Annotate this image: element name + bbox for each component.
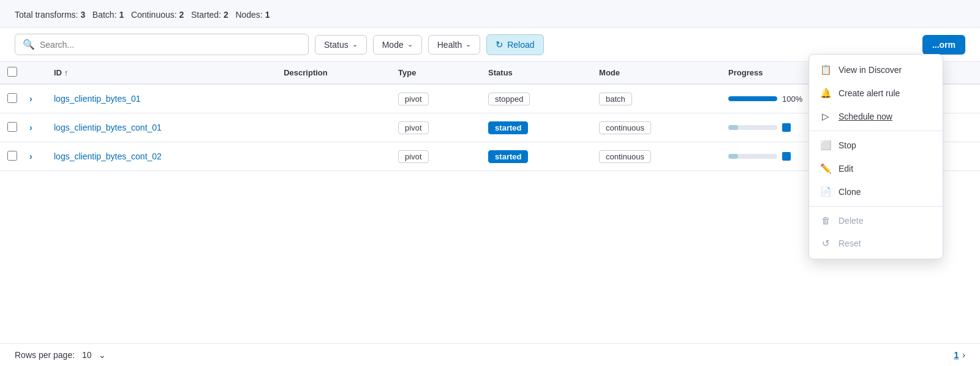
- status-filter-button[interactable]: Status ⌄: [315, 35, 367, 55]
- row-description-0: [274, 84, 388, 113]
- menu-item-clone[interactable]: 📄Clone: [809, 180, 943, 204]
- create-button[interactable]: ...orm: [922, 35, 965, 55]
- header-expand-col: [24, 62, 44, 84]
- stats-continuous: 2: [179, 10, 184, 20]
- row-id-1[interactable]: logs_clientip_bytes_cont_01: [54, 123, 162, 132]
- mode-filter-label: Mode: [382, 40, 404, 50]
- rows-per-page-value: 10: [82, 350, 92, 360]
- stats-started-label: Started:: [191, 10, 221, 20]
- menu-icon-edit: ✏️: [820, 163, 831, 174]
- stats-started: 2: [224, 10, 228, 20]
- row-checkbox-1[interactable]: [7, 122, 17, 132]
- status-filter-label: Status: [324, 40, 349, 50]
- header-checkbox-col: [0, 62, 24, 84]
- menu-label-stop: Stop: [839, 140, 856, 150]
- menu-item-reset: ↺Reset: [809, 232, 943, 255]
- health-chevron-icon: ⌄: [466, 40, 471, 48]
- row-status-0: stopped: [488, 93, 530, 105]
- header-description[interactable]: Description: [274, 62, 388, 84]
- row-description-2: [274, 142, 388, 171]
- expand-icon-2[interactable]: ›: [29, 151, 32, 161]
- menu-label-reset: Reset: [839, 238, 861, 248]
- menu-icon-delete: 🗑: [820, 215, 831, 226]
- rows-per-page-chevron: ⌄: [99, 350, 106, 360]
- row-status-1: started: [488, 121, 528, 134]
- menu-label-delete: Delete: [839, 216, 863, 226]
- stats-batch: 1: [119, 10, 124, 20]
- sort-icon: ↑: [64, 68, 69, 77]
- reload-button[interactable]: ↻ Reload: [486, 34, 543, 55]
- row-description-1: [274, 113, 388, 142]
- select-all-checkbox[interactable]: [7, 67, 17, 77]
- context-menu: 📋View in Discover🔔Create alert rule▷Sche…: [809, 54, 943, 259]
- row-type-1: pivot: [398, 121, 428, 134]
- reload-icon: ↻: [496, 39, 503, 50]
- menu-item-edit[interactable]: ✏️Edit: [809, 157, 943, 180]
- reload-label: Reload: [507, 40, 534, 50]
- row-id-2[interactable]: logs_clientip_bytes_cont_02: [54, 151, 162, 161]
- progress-text-0: 100%: [782, 94, 802, 104]
- row-checkbox-2[interactable]: [7, 151, 17, 161]
- menu-label-clone: Clone: [839, 187, 861, 197]
- menu-divider-6: [809, 206, 943, 207]
- stats-batch-label: Batch:: [92, 10, 117, 20]
- health-filter-label: Health: [437, 40, 462, 50]
- menu-item-delete: 🗑Delete: [809, 209, 943, 232]
- stats-total: 3: [80, 10, 85, 20]
- menu-icon-stop: ⬜: [820, 140, 831, 151]
- menu-item-schedule-now[interactable]: ▷Schedule now: [809, 105, 943, 128]
- expand-icon-0[interactable]: ›: [29, 94, 32, 104]
- row-type-0: pivot: [398, 93, 428, 105]
- row-mode-1: continuous: [599, 121, 651, 134]
- menu-item-create-alert-rule[interactable]: 🔔Create alert rule: [809, 82, 943, 105]
- mode-chevron-icon: ⌄: [407, 40, 413, 48]
- page-number[interactable]: 1: [954, 350, 959, 360]
- table-footer: Rows per page: 10 ⌄ 1 ›: [0, 343, 980, 366]
- stats-label: Total transforms:: [15, 10, 78, 20]
- stats-bar: Total transforms: 3 Batch: 1 Continuous:…: [0, 0, 980, 28]
- stats-nodes-label: Nodes:: [235, 10, 262, 20]
- row-checkbox-0[interactable]: [7, 93, 17, 103]
- menu-icon-clone: 📄: [820, 186, 831, 197]
- menu-label-create-alert-rule: Create alert rule: [839, 88, 900, 98]
- expand-icon-1[interactable]: ›: [29, 123, 32, 132]
- header-status[interactable]: Status: [478, 62, 589, 84]
- rows-per-page-label: Rows per page:: [15, 350, 75, 360]
- menu-icon-schedule-now: ▷: [820, 111, 831, 122]
- page-container: Total transforms: 3 Batch: 1 Continuous:…: [0, 0, 980, 366]
- row-status-2: started: [488, 150, 528, 163]
- stats-continuous-label: Continuous:: [131, 10, 177, 20]
- next-page-icon[interactable]: ›: [962, 350, 965, 360]
- stats-nodes: 1: [265, 10, 270, 20]
- menu-icon-view-in-discover: 📋: [820, 64, 831, 75]
- search-input[interactable]: [40, 40, 301, 50]
- menu-item-view-in-discover[interactable]: 📋View in Discover: [809, 58, 943, 82]
- pagination: 1 ›: [954, 350, 965, 360]
- header-mode[interactable]: Mode: [589, 62, 718, 84]
- menu-label-edit: Edit: [839, 164, 853, 173]
- header-id[interactable]: ID ↑: [44, 62, 274, 84]
- row-type-2: pivot: [398, 150, 428, 163]
- create-label: ...orm: [932, 40, 956, 50]
- menu-item-stop[interactable]: ⬜Stop: [809, 134, 943, 157]
- header-type[interactable]: Type: [388, 62, 478, 84]
- menu-label-view-in-discover: View in Discover: [839, 65, 902, 75]
- menu-label-schedule-now: Schedule now: [839, 112, 892, 121]
- menu-divider-3: [809, 131, 943, 131]
- rows-per-page-control[interactable]: Rows per page: 10 ⌄: [15, 350, 106, 360]
- status-chevron-icon: ⌄: [352, 40, 358, 48]
- mode-filter-button[interactable]: Mode ⌄: [373, 35, 422, 55]
- row-id-0[interactable]: logs_clientip_bytes_01: [54, 94, 141, 104]
- row-mode-2: continuous: [599, 150, 651, 163]
- search-box[interactable]: 🔍: [15, 34, 309, 55]
- row-mode-0: batch: [599, 93, 632, 105]
- menu-icon-create-alert-rule: 🔔: [820, 88, 831, 99]
- search-icon: 🔍: [23, 39, 35, 50]
- health-filter-button[interactable]: Health ⌄: [428, 35, 480, 55]
- menu-icon-reset: ↺: [820, 238, 831, 249]
